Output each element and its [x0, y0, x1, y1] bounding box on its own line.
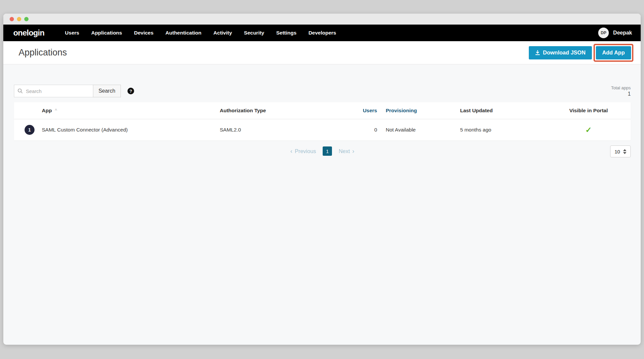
download-icon	[535, 50, 540, 55]
download-json-button[interactable]: Download JSON	[529, 46, 592, 59]
table-row[interactable]: 1 SAML Custom Connector (Advanced) SAML2…	[14, 119, 631, 140]
stepper-arrows-icon	[623, 149, 626, 154]
close-window-icon[interactable]	[10, 17, 14, 21]
add-app-label: Add App	[602, 49, 625, 56]
column-header-last-updated: Last Updated	[460, 108, 546, 114]
last-updated-cell: 5 months ago	[460, 127, 546, 133]
total-apps-value: 1	[611, 91, 631, 97]
row-index-cell: 1	[14, 125, 35, 135]
provisioning-cell: Not Available	[377, 127, 460, 133]
next-label: Next	[339, 148, 350, 154]
authorization-type-cell: SAML2.0	[208, 127, 341, 133]
previous-label: Previous	[295, 148, 316, 154]
nav-menu: Users Applications Devices Authenticatio…	[65, 30, 336, 36]
user-name: Deepak	[613, 30, 632, 36]
page-header: Applications Download JSON Add App	[3, 41, 641, 64]
pagination-row: ‹ Previous 1 Next › 10	[14, 145, 631, 159]
user-menu[interactable]: DP Deepak	[598, 28, 632, 38]
top-navbar: onelogin Users Applications Devices Auth…	[3, 25, 641, 41]
column-header-provisioning[interactable]: Provisioning	[377, 108, 460, 114]
header-actions: Download JSON Add App	[529, 44, 633, 62]
pager: ‹ Previous 1 Next ›	[14, 146, 631, 156]
window-titlebar	[3, 14, 641, 25]
row-index-badge: 1	[25, 125, 35, 135]
column-header-authorization-type: Authorization Type	[208, 108, 341, 114]
app-name-cell[interactable]: SAML Custom Connector (Advanced)	[35, 127, 208, 133]
chevron-left-icon: ‹	[290, 147, 292, 155]
nav-item-devices[interactable]: Devices	[134, 30, 154, 36]
help-icon[interactable]: ?	[127, 88, 134, 94]
page-size-value: 10	[614, 149, 620, 154]
search-icon	[18, 88, 23, 94]
minimize-window-icon[interactable]	[17, 17, 21, 21]
content-area: Search ? Total apps 1 App ^ Authorizatio…	[3, 64, 641, 159]
nav-item-activity[interactable]: Activity	[213, 30, 232, 36]
table-header-row: App ^ Authorization Type Users Provision…	[14, 102, 631, 119]
chevron-right-icon: ›	[352, 147, 354, 155]
column-header-app-label: App	[42, 108, 52, 114]
total-apps: Total apps 1	[611, 85, 631, 97]
onelogin-logo[interactable]: onelogin	[13, 28, 44, 38]
app-window: onelogin Users Applications Devices Auth…	[3, 14, 641, 345]
check-icon: ✓	[585, 126, 592, 134]
total-apps-label: Total apps	[611, 85, 631, 91]
avatar[interactable]: DP	[598, 28, 609, 38]
search-button[interactable]: Search	[93, 85, 121, 97]
add-app-button[interactable]: Add App	[596, 46, 631, 59]
users-count-cell: 0	[341, 127, 377, 133]
nav-item-applications[interactable]: Applications	[91, 30, 122, 36]
add-app-highlight: Add App	[594, 44, 633, 62]
column-header-users[interactable]: Users	[341, 108, 377, 114]
toolbar: Search ? Total apps 1	[14, 85, 631, 97]
current-page-button[interactable]: 1	[323, 146, 332, 156]
search-input[interactable]	[26, 88, 90, 94]
applications-table: App ^ Authorization Type Users Provision…	[14, 102, 631, 140]
column-header-visible-in-portal: Visible in Portal	[546, 108, 631, 114]
visible-in-portal-cell: ✓	[546, 126, 631, 135]
zoom-window-icon[interactable]	[24, 17, 29, 21]
nav-item-security[interactable]: Security	[244, 30, 264, 36]
previous-page-button[interactable]: ‹ Previous	[290, 147, 316, 155]
download-json-label: Download JSON	[543, 49, 586, 56]
nav-item-users[interactable]: Users	[65, 30, 79, 36]
search-box	[14, 85, 93, 97]
next-page-button[interactable]: Next ›	[339, 147, 354, 155]
column-header-app[interactable]: App ^	[35, 108, 208, 114]
nav-item-authentication[interactable]: Authentication	[165, 30, 201, 36]
page-size-select[interactable]: 10	[610, 145, 631, 157]
nav-item-developers[interactable]: Developers	[308, 30, 336, 36]
nav-item-settings[interactable]: Settings	[276, 30, 296, 36]
page-title: Applications	[19, 47, 67, 58]
sort-asc-icon: ^	[55, 108, 57, 113]
